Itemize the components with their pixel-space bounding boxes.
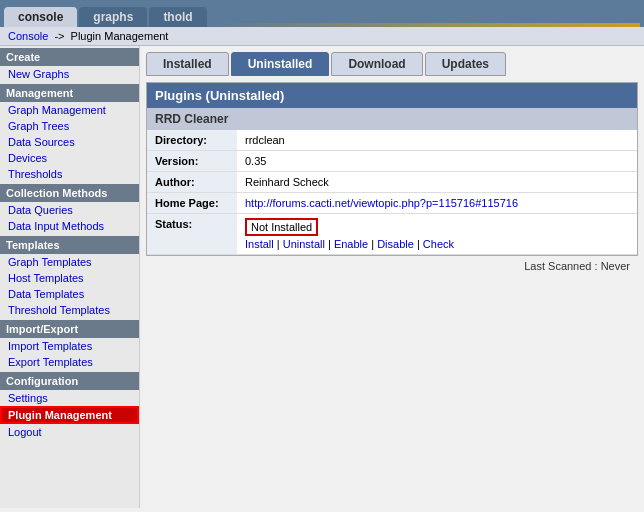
breadcrumb-current: Plugin Management xyxy=(71,30,169,42)
sidebar-item-logout[interactable]: Logout xyxy=(0,424,139,440)
tab-graphs[interactable]: graphs xyxy=(79,7,147,27)
sidebar-item-graph-templates[interactable]: Graph Templates xyxy=(0,254,139,270)
table-row: Directory: rrdclean xyxy=(147,130,637,151)
sidebar-item-data-sources[interactable]: Data Sources xyxy=(0,134,139,150)
install-link[interactable]: Install xyxy=(245,238,274,250)
status-box: Not Installed xyxy=(245,218,318,236)
table-row: Home Page: http://forums.cacti.net/viewt… xyxy=(147,193,637,214)
sidebar-section-templates: Templates xyxy=(0,236,139,254)
breadcrumb-link[interactable]: Console xyxy=(8,30,48,42)
content-area: Installed Uninstalled Download Updates P… xyxy=(140,46,644,508)
tab-updates[interactable]: Updates xyxy=(425,52,506,76)
tab-console[interactable]: console xyxy=(4,7,77,27)
sub-tabs: Installed Uninstalled Download Updates xyxy=(146,52,638,76)
enable-link[interactable]: Enable xyxy=(334,238,368,250)
last-scanned: Last Scanned : Never xyxy=(146,256,638,276)
table-row: Version: 0.35 xyxy=(147,151,637,172)
sidebar-item-settings[interactable]: Settings xyxy=(0,390,139,406)
sidebar-item-plugin-management[interactable]: Plugin Management xyxy=(0,406,139,424)
field-value-version: 0.35 xyxy=(237,151,637,172)
action-links: Install | Uninstall | Enable | Disable |… xyxy=(245,238,629,250)
sidebar-section-collection: Collection Methods xyxy=(0,184,139,202)
sidebar-item-graph-trees[interactable]: Graph Trees xyxy=(0,118,139,134)
tab-thold[interactable]: thold xyxy=(149,7,206,27)
sidebar-item-data-input[interactable]: Data Input Methods xyxy=(0,218,139,234)
field-label: Author: xyxy=(147,172,237,193)
plugin-panel: Plugins (Uninstalled) RRD Cleaner Direct… xyxy=(146,82,638,256)
sidebar-section-management: Management xyxy=(0,84,139,102)
sidebar-item-data-queries[interactable]: Data Queries xyxy=(0,202,139,218)
field-label: Home Page: xyxy=(147,193,237,214)
tab-download[interactable]: Download xyxy=(331,52,422,76)
uninstall-link[interactable]: Uninstall xyxy=(283,238,325,250)
field-label: Status: xyxy=(147,214,237,255)
field-label: Version: xyxy=(147,151,237,172)
tab-installed[interactable]: Installed xyxy=(146,52,229,76)
tab-uninstalled[interactable]: Uninstalled xyxy=(231,52,330,76)
check-link[interactable]: Check xyxy=(423,238,454,250)
breadcrumb: Console -> Plugin Management xyxy=(0,27,644,46)
sidebar-section-create: Create xyxy=(0,48,139,66)
sidebar-section-configuration: Configuration xyxy=(0,372,139,390)
sidebar: Create New Graphs Management Graph Manag… xyxy=(0,46,140,508)
table-row: Author: Reinhard Scheck xyxy=(147,172,637,193)
plugin-info-table: Directory: rrdclean Version: 0.35 Author… xyxy=(147,130,637,255)
sidebar-section-import-export: Import/Export xyxy=(0,320,139,338)
sidebar-item-import-templates[interactable]: Import Templates xyxy=(0,338,139,354)
field-value-directory: rrdclean xyxy=(237,130,637,151)
sidebar-item-thresholds[interactable]: Thresholds xyxy=(0,166,139,182)
sidebar-item-new-graphs[interactable]: New Graphs xyxy=(0,66,139,82)
plugin-section-header: RRD Cleaner xyxy=(147,108,637,130)
table-row: Status: Not Installed Install | Uninstal… xyxy=(147,214,637,255)
homepage-link[interactable]: http://forums.cacti.net/viewtopic.php?p=… xyxy=(245,197,518,209)
breadcrumb-separator: -> xyxy=(54,30,64,42)
sidebar-item-graph-management[interactable]: Graph Management xyxy=(0,102,139,118)
sidebar-item-devices[interactable]: Devices xyxy=(0,150,139,166)
disable-link[interactable]: Disable xyxy=(377,238,414,250)
field-label: Directory: xyxy=(147,130,237,151)
sidebar-item-data-templates[interactable]: Data Templates xyxy=(0,286,139,302)
field-value-author: Reinhard Scheck xyxy=(237,172,637,193)
panel-header: Plugins (Uninstalled) xyxy=(147,83,637,108)
sidebar-item-export-templates[interactable]: Export Templates xyxy=(0,354,139,370)
status-badge: Not Installed xyxy=(251,221,312,233)
sidebar-item-host-templates[interactable]: Host Templates xyxy=(0,270,139,286)
sidebar-item-threshold-templates[interactable]: Threshold Templates xyxy=(0,302,139,318)
